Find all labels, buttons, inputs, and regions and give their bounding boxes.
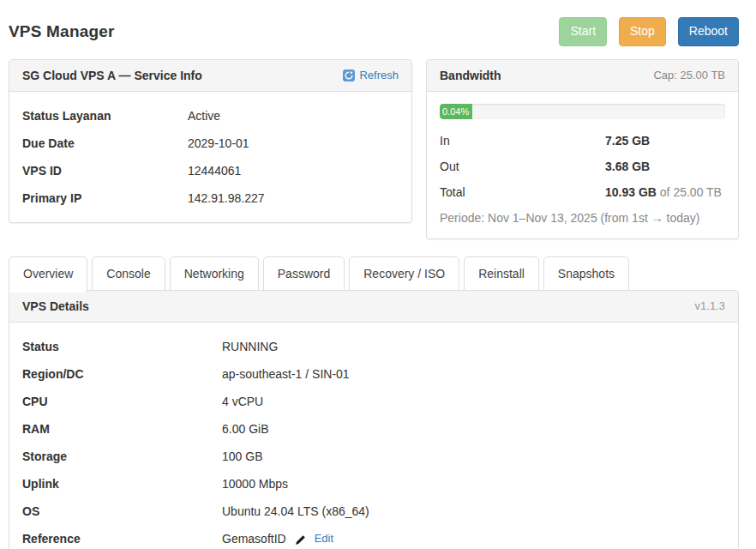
row-value: GemasoftID — [222, 530, 286, 547]
tab-networking[interactable]: Networking — [170, 256, 259, 291]
row-value: 7.25 GB — [605, 134, 650, 148]
row-value: 10000 Mbps — [222, 475, 725, 492]
row-label: Primary IP — [22, 190, 188, 207]
row-value: 6.00 GiB — [222, 420, 725, 437]
row-value: Active — [188, 107, 399, 124]
details-row-ram: RAM 6.00 GiB — [22, 415, 725, 443]
row-label: Due Date — [22, 135, 188, 152]
row-value: Ubuntu 24.04 LTS (x86_64) — [222, 503, 725, 520]
vps-tabs: Overview Console Networking Password Rec… — [9, 256, 739, 291]
edit-reference-link[interactable]: Edit — [315, 530, 333, 547]
row-label: In — [440, 132, 605, 149]
bandwidth-row-in: In 7.25 GB — [440, 128, 725, 154]
row-value: 10.93 GB — [605, 185, 657, 199]
version-badge: v1.1.3 — [695, 299, 725, 312]
details-row-os: OS Ubuntu 24.04 LTS (x86_64) — [22, 498, 725, 525]
tab-reinstall[interactable]: Reinstall — [464, 256, 539, 291]
tab-password[interactable]: Password — [263, 256, 345, 291]
bandwidth-period: Periode: Nov 1–Nov 13, 2025 (from 1st → … — [440, 205, 725, 228]
row-value: RUNNING — [222, 338, 725, 355]
page-title: VPS Manager — [9, 22, 115, 41]
details-row-uplink: Uplink 10000 Mbps — [22, 470, 725, 498]
top-panels-row: SG Cloud VPS A — Service Info Refresh St… — [9, 59, 739, 239]
details-row-reference: Reference GemasoftID Edit — [22, 525, 725, 549]
service-info-body: Status Layanan Active Due Date 2029-10-0… — [9, 92, 411, 222]
pencil-icon — [295, 533, 306, 544]
power-actions: Start Stop Reboot — [559, 17, 739, 46]
refresh-button[interactable]: Refresh — [343, 69, 399, 81]
vps-details-header: VPS Details v1.1.3 — [9, 291, 738, 323]
row-value: 2029-10-01 — [188, 135, 399, 152]
service-info-title: SG Cloud VPS A — Service Info — [22, 69, 202, 82]
row-suffix: of 25.00 TB — [657, 185, 722, 199]
row-value: ap-southeast-1 / SIN-01 — [222, 365, 725, 383]
tab-overview[interactable]: Overview — [9, 256, 87, 293]
row-label: Reference — [22, 530, 222, 547]
row-label: Region/DC — [22, 365, 222, 383]
vps-details-body: Status RUNNING Region/DC ap-southeast-1 … — [9, 323, 738, 549]
row-label: OS — [22, 503, 222, 520]
details-row-status: Status RUNNING — [22, 333, 725, 360]
row-label: Status Layanan — [22, 107, 188, 124]
row-label: RAM — [22, 420, 222, 437]
row-label: Storage — [22, 448, 222, 465]
bandwidth-title: Bandwidth — [440, 69, 501, 82]
tab-console[interactable]: Console — [92, 256, 165, 291]
bandwidth-header: Bandwidth Cap: 25.00 TB — [427, 60, 738, 92]
row-label: Uplink — [22, 475, 222, 492]
service-row-status: Status Layanan Active — [22, 102, 399, 130]
row-label: Status — [22, 338, 222, 355]
row-label: VPS ID — [22, 162, 188, 179]
bandwidth-row-out: Out 3.68 GB — [440, 154, 725, 179]
reboot-button[interactable]: Reboot — [678, 17, 739, 46]
vps-manager-page: VPS Manager Start Stop Reboot SG Cloud V… — [0, 0, 756, 549]
vps-details-panel: VPS Details v1.1.3 Status RUNNING Region… — [9, 290, 739, 549]
details-row-region: Region/DC ap-southeast-1 / SIN-01 — [22, 360, 725, 388]
refresh-label: Refresh — [359, 69, 399, 81]
stop-button[interactable]: Stop — [619, 17, 666, 46]
row-value: 3.68 GB — [605, 160, 650, 173]
row-value: 142.91.98.227 — [188, 190, 399, 207]
bandwidth-progress-fill: 0.04% — [440, 104, 472, 119]
row-value: 12444061 — [188, 162, 399, 179]
start-button[interactable]: Start — [559, 17, 607, 46]
details-row-cpu: CPU 4 vCPU — [22, 388, 725, 415]
row-label: Out — [440, 158, 605, 175]
service-info-header: SG Cloud VPS A — Service Info Refresh — [9, 60, 411, 92]
row-value: 4 vCPU — [222, 393, 725, 410]
tab-snapshots[interactable]: Snapshots — [543, 256, 629, 291]
details-row-storage: Storage 100 GB — [22, 443, 725, 470]
row-label: CPU — [22, 393, 222, 410]
bandwidth-row-total: Total 10.93 GB of 25.00 TB — [440, 179, 725, 205]
bandwidth-body: 0.04% In 7.25 GB Out 3.68 GB Total 10.93… — [427, 92, 738, 238]
row-value: 100 GB — [222, 448, 725, 465]
refresh-icon — [343, 69, 355, 81]
tab-recovery-iso[interactable]: Recovery / ISO — [349, 256, 459, 291]
service-info-panel: SG Cloud VPS A — Service Info Refresh St… — [9, 59, 412, 223]
bandwidth-progress-track: 0.04% — [440, 104, 725, 119]
vps-details-title: VPS Details — [22, 299, 89, 313]
bandwidth-cap: Cap: 25.00 TB — [653, 69, 725, 81]
row-label: Total — [440, 184, 605, 201]
service-row-primary-ip: Primary IP 142.91.98.227 — [22, 184, 399, 212]
service-row-due-date: Due Date 2029-10-01 — [22, 130, 399, 157]
service-row-vps-id: VPS ID 12444061 — [22, 157, 399, 184]
bandwidth-panel: Bandwidth Cap: 25.00 TB 0.04% In 7.25 GB… — [426, 59, 739, 239]
page-header: VPS Manager Start Stop Reboot — [9, 17, 739, 46]
